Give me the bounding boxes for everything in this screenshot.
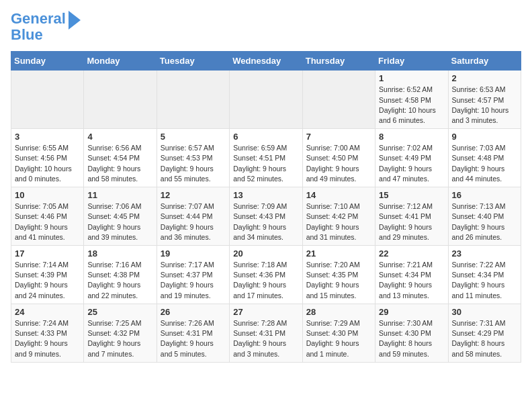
day-number: 17 bbox=[15, 248, 80, 259]
day-info: Sunrise: 7:00 AM Sunset: 4:50 PM Dayligh… bbox=[306, 143, 371, 184]
day-number: 3 bbox=[15, 132, 80, 142]
day-number: 4 bbox=[87, 132, 152, 142]
calendar-cell: 14Sunrise: 7:10 AM Sunset: 4:42 PM Dayli… bbox=[302, 187, 375, 246]
day-number: 28 bbox=[306, 307, 371, 317]
calendar-week-row: 10Sunrise: 7:05 AM Sunset: 4:46 PM Dayli… bbox=[11, 187, 521, 246]
calendar-cell: 22Sunrise: 7:21 AM Sunset: 4:34 PM Dayli… bbox=[375, 246, 448, 304]
calendar-cell: 15Sunrise: 7:12 AM Sunset: 4:41 PM Dayli… bbox=[375, 187, 448, 246]
day-info: Sunrise: 7:25 AM Sunset: 4:32 PM Dayligh… bbox=[87, 318, 152, 359]
day-number: 29 bbox=[379, 307, 444, 317]
day-info: Sunrise: 7:03 AM Sunset: 4:48 PM Dayligh… bbox=[452, 143, 517, 184]
calendar-week-row: 1Sunrise: 6:52 AM Sunset: 4:58 PM Daylig… bbox=[11, 71, 521, 129]
calendar-cell bbox=[157, 71, 229, 129]
day-number: 15 bbox=[379, 190, 444, 200]
calendar-cell: 6Sunrise: 6:59 AM Sunset: 4:51 PM Daylig… bbox=[230, 129, 302, 187]
day-number: 8 bbox=[379, 132, 444, 142]
calendar-cell: 30Sunrise: 7:31 AM Sunset: 4:29 PM Dayli… bbox=[448, 304, 521, 362]
calendar-cell: 23Sunrise: 7:22 AM Sunset: 4:34 PM Dayli… bbox=[448, 246, 521, 304]
calendar-cell bbox=[84, 71, 157, 129]
calendar-cell: 18Sunrise: 7:16 AM Sunset: 4:38 PM Dayli… bbox=[84, 246, 157, 304]
day-info: Sunrise: 7:17 AM Sunset: 4:37 PM Dayligh… bbox=[161, 260, 226, 301]
day-number: 14 bbox=[306, 190, 371, 200]
logo-general: General bbox=[11, 10, 66, 27]
day-number: 12 bbox=[161, 190, 226, 200]
calendar-cell: 17Sunrise: 7:14 AM Sunset: 4:39 PM Dayli… bbox=[11, 246, 84, 304]
day-info: Sunrise: 7:13 AM Sunset: 4:40 PM Dayligh… bbox=[452, 201, 517, 242]
day-info: Sunrise: 7:14 AM Sunset: 4:39 PM Dayligh… bbox=[15, 260, 80, 301]
calendar-cell: 5Sunrise: 6:57 AM Sunset: 4:53 PM Daylig… bbox=[157, 129, 229, 187]
day-info: Sunrise: 7:02 AM Sunset: 4:49 PM Dayligh… bbox=[379, 143, 444, 184]
calendar-week-row: 17Sunrise: 7:14 AM Sunset: 4:39 PM Dayli… bbox=[11, 246, 521, 304]
calendar-cell bbox=[302, 71, 375, 129]
calendar-cell: 29Sunrise: 7:30 AM Sunset: 4:30 PM Dayli… bbox=[375, 304, 448, 362]
day-number: 20 bbox=[233, 248, 298, 259]
logo: General Blue bbox=[11, 11, 66, 43]
day-info: Sunrise: 6:59 AM Sunset: 4:51 PM Dayligh… bbox=[233, 143, 298, 184]
calendar-cell: 1Sunrise: 6:52 AM Sunset: 4:58 PM Daylig… bbox=[375, 71, 448, 129]
day-number: 2 bbox=[452, 73, 517, 83]
day-info: Sunrise: 7:24 AM Sunset: 4:33 PM Dayligh… bbox=[15, 318, 80, 359]
day-number: 23 bbox=[452, 248, 517, 259]
weekday-header-friday: Friday bbox=[375, 52, 448, 71]
logo-arrow-icon bbox=[69, 11, 81, 30]
calendar-table: SundayMondayTuesdayWednesdayThursdayFrid… bbox=[11, 51, 521, 362]
calendar-cell: 9Sunrise: 7:03 AM Sunset: 4:48 PM Daylig… bbox=[448, 129, 521, 187]
calendar-week-row: 3Sunrise: 6:55 AM Sunset: 4:56 PM Daylig… bbox=[11, 129, 521, 187]
day-number: 7 bbox=[306, 132, 371, 142]
day-number: 9 bbox=[452, 132, 517, 142]
calendar-cell: 2Sunrise: 6:53 AM Sunset: 4:57 PM Daylig… bbox=[448, 71, 521, 129]
day-number: 1 bbox=[379, 73, 444, 83]
weekday-header-sunday: Sunday bbox=[11, 52, 84, 71]
day-info: Sunrise: 7:29 AM Sunset: 4:30 PM Dayligh… bbox=[306, 318, 371, 359]
day-info: Sunrise: 7:28 AM Sunset: 4:31 PM Dayligh… bbox=[233, 318, 298, 359]
day-info: Sunrise: 7:30 AM Sunset: 4:30 PM Dayligh… bbox=[379, 318, 444, 359]
day-info: Sunrise: 6:52 AM Sunset: 4:58 PM Dayligh… bbox=[379, 85, 444, 126]
day-number: 27 bbox=[233, 307, 298, 317]
calendar-cell: 13Sunrise: 7:09 AM Sunset: 4:43 PM Dayli… bbox=[230, 187, 302, 246]
calendar-cell: 16Sunrise: 7:13 AM Sunset: 4:40 PM Dayli… bbox=[448, 187, 521, 246]
calendar-cell: 11Sunrise: 7:06 AM Sunset: 4:45 PM Dayli… bbox=[84, 187, 157, 246]
day-number: 11 bbox=[87, 190, 152, 200]
day-info: Sunrise: 7:18 AM Sunset: 4:36 PM Dayligh… bbox=[233, 260, 298, 301]
day-info: Sunrise: 7:05 AM Sunset: 4:46 PM Dayligh… bbox=[15, 201, 80, 242]
day-info: Sunrise: 7:20 AM Sunset: 4:35 PM Dayligh… bbox=[306, 260, 371, 301]
calendar-cell: 8Sunrise: 7:02 AM Sunset: 4:49 PM Daylig… bbox=[375, 129, 448, 187]
weekday-header-thursday: Thursday bbox=[302, 52, 375, 71]
calendar-cell: 19Sunrise: 7:17 AM Sunset: 4:37 PM Dayli… bbox=[157, 246, 229, 304]
day-info: Sunrise: 7:07 AM Sunset: 4:44 PM Dayligh… bbox=[161, 201, 226, 242]
calendar-cell: 28Sunrise: 7:29 AM Sunset: 4:30 PM Dayli… bbox=[302, 304, 375, 362]
day-info: Sunrise: 7:21 AM Sunset: 4:34 PM Dayligh… bbox=[379, 260, 444, 301]
day-info: Sunrise: 7:12 AM Sunset: 4:41 PM Dayligh… bbox=[379, 201, 444, 242]
calendar-cell: 20Sunrise: 7:18 AM Sunset: 4:36 PM Dayli… bbox=[230, 246, 302, 304]
day-info: Sunrise: 7:06 AM Sunset: 4:45 PM Dayligh… bbox=[87, 201, 152, 242]
weekday-header-monday: Monday bbox=[84, 52, 157, 71]
calendar-cell: 24Sunrise: 7:24 AM Sunset: 4:33 PM Dayli… bbox=[11, 304, 84, 362]
day-info: Sunrise: 7:09 AM Sunset: 4:43 PM Dayligh… bbox=[233, 201, 298, 242]
day-number: 24 bbox=[15, 307, 80, 317]
day-info: Sunrise: 6:53 AM Sunset: 4:57 PM Dayligh… bbox=[452, 85, 517, 126]
day-number: 18 bbox=[87, 248, 152, 259]
day-number: 30 bbox=[452, 307, 517, 317]
day-info: Sunrise: 6:56 AM Sunset: 4:54 PM Dayligh… bbox=[87, 143, 152, 184]
calendar-cell: 25Sunrise: 7:25 AM Sunset: 4:32 PM Dayli… bbox=[84, 304, 157, 362]
calendar-cell: 26Sunrise: 7:26 AM Sunset: 4:31 PM Dayli… bbox=[157, 304, 229, 362]
day-number: 6 bbox=[233, 132, 298, 142]
day-number: 16 bbox=[452, 190, 517, 200]
weekday-header-row: SundayMondayTuesdayWednesdayThursdayFrid… bbox=[11, 52, 521, 71]
calendar-cell bbox=[11, 71, 84, 129]
page-container: General Blue SundayMondayTuesdayWednesda… bbox=[0, 0, 532, 368]
calendar-cell: 12Sunrise: 7:07 AM Sunset: 4:44 PM Dayli… bbox=[157, 187, 229, 246]
day-info: Sunrise: 7:26 AM Sunset: 4:31 PM Dayligh… bbox=[161, 318, 226, 359]
calendar-cell bbox=[230, 71, 302, 129]
day-number: 25 bbox=[87, 307, 152, 317]
day-number: 26 bbox=[161, 307, 226, 317]
logo-text: General Blue bbox=[11, 11, 66, 43]
day-number: 22 bbox=[379, 248, 444, 259]
logo-blue: Blue bbox=[11, 26, 43, 43]
day-info: Sunrise: 6:55 AM Sunset: 4:56 PM Dayligh… bbox=[15, 143, 80, 184]
day-info: Sunrise: 7:22 AM Sunset: 4:34 PM Dayligh… bbox=[452, 260, 517, 301]
calendar-cell: 7Sunrise: 7:00 AM Sunset: 4:50 PM Daylig… bbox=[302, 129, 375, 187]
calendar-cell: 4Sunrise: 6:56 AM Sunset: 4:54 PM Daylig… bbox=[84, 129, 157, 187]
calendar-cell: 21Sunrise: 7:20 AM Sunset: 4:35 PM Dayli… bbox=[302, 246, 375, 304]
day-number: 19 bbox=[161, 248, 226, 259]
